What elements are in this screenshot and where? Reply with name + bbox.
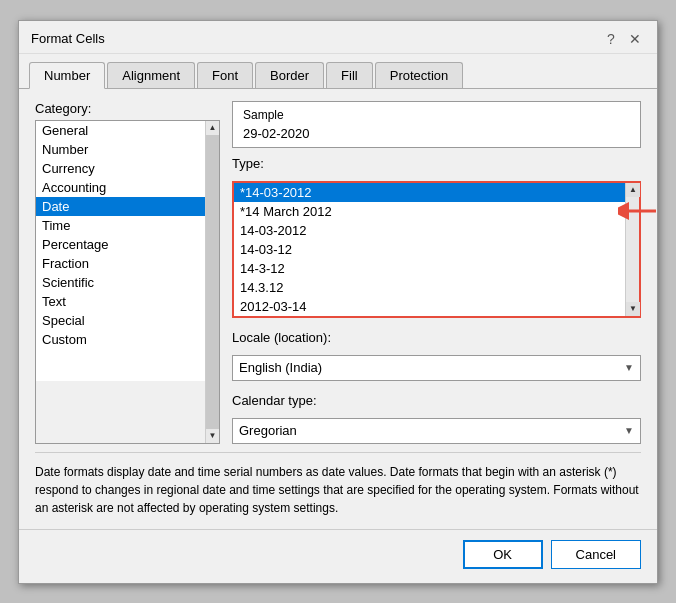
tab-number[interactable]: Number — [29, 62, 105, 89]
type-item-4[interactable]: 14-3-12 — [234, 259, 625, 278]
ok-button[interactable]: OK — [463, 540, 543, 569]
cat-fraction[interactable]: Fraction — [36, 254, 205, 273]
cat-scroll-up[interactable]: ▲ — [206, 121, 219, 135]
cancel-button[interactable]: Cancel — [551, 540, 641, 569]
sample-label: Sample — [243, 108, 630, 122]
tab-border[interactable]: Border — [255, 62, 324, 88]
format-cells-dialog: Format Cells ? ✕ Number Alignment Font B… — [18, 20, 658, 584]
type-item-0[interactable]: *14-03-2012 — [234, 183, 625, 202]
cat-text[interactable]: Text — [36, 292, 205, 311]
type-list-container: *14-03-2012 *14 March 2012 14-03-2012 14… — [232, 181, 641, 318]
type-scroll-down[interactable]: ▼ — [626, 302, 640, 316]
cat-number[interactable]: Number — [36, 140, 205, 159]
cat-scientific[interactable]: Scientific — [36, 273, 205, 292]
cat-percentage[interactable]: Percentage — [36, 235, 205, 254]
cat-scroll-down[interactable]: ▼ — [206, 429, 219, 443]
calendar-value: Gregorian — [239, 423, 297, 438]
type-item-2[interactable]: 14-03-2012 — [234, 221, 625, 240]
cat-special[interactable]: Special — [36, 311, 205, 330]
type-item-6[interactable]: 2012-03-14 — [234, 297, 625, 316]
cat-scroll-track — [206, 135, 219, 429]
main-area: Category: General Number Currency Accoun… — [35, 101, 641, 444]
type-item-5[interactable]: 14.3.12 — [234, 278, 625, 297]
cat-custom[interactable]: Custom — [36, 330, 205, 349]
title-bar: Format Cells ? ✕ — [19, 21, 657, 54]
type-label: Type: — [232, 156, 641, 171]
type-item-3[interactable]: 14-03-12 — [234, 240, 625, 259]
locale-dropdown-arrow: ▼ — [624, 362, 634, 373]
tab-font[interactable]: Font — [197, 62, 253, 88]
category-scrollbar[interactable]: ▲ ▼ — [205, 121, 219, 443]
cat-time[interactable]: Time — [36, 216, 205, 235]
type-scroll-track — [626, 197, 639, 302]
tab-alignment[interactable]: Alignment — [107, 62, 195, 88]
calendar-select[interactable]: Gregorian ▼ — [232, 418, 641, 444]
left-panel: Category: General Number Currency Accoun… — [35, 101, 220, 444]
tab-content: Category: General Number Currency Accoun… — [19, 89, 657, 529]
locale-label: Locale (location): — [232, 330, 641, 345]
help-button[interactable]: ? — [601, 29, 621, 49]
type-scroll-up[interactable]: ▲ — [626, 183, 640, 197]
sample-value: 29-02-2020 — [243, 126, 630, 141]
close-button[interactable]: ✕ — [625, 29, 645, 49]
cat-accounting[interactable]: Accounting — [36, 178, 205, 197]
cat-general[interactable]: General — [36, 121, 205, 140]
description-area: Date formats display date and time seria… — [35, 452, 641, 517]
locale-select[interactable]: English (India) ▼ — [232, 355, 641, 381]
tab-protection[interactable]: Protection — [375, 62, 464, 88]
tab-bar: Number Alignment Font Border Fill Protec… — [19, 54, 657, 89]
tab-fill[interactable]: Fill — [326, 62, 373, 88]
type-scrollbar[interactable]: ▲ ▼ — [625, 183, 639, 316]
cat-currency[interactable]: Currency — [36, 159, 205, 178]
category-list[interactable]: General Number Currency Accounting Date … — [36, 121, 205, 381]
cat-date[interactable]: Date — [36, 197, 205, 216]
locale-value: English (India) — [239, 360, 322, 375]
type-item-1[interactable]: *14 March 2012 — [234, 202, 625, 221]
calendar-label: Calendar type: — [232, 393, 641, 408]
buttons-row: OK Cancel — [19, 529, 657, 583]
title-bar-buttons: ? ✕ — [601, 29, 645, 49]
category-label: Category: — [35, 101, 220, 116]
right-panel: Sample 29-02-2020 Type: *14-03-2012 *14 … — [232, 101, 641, 444]
dialog-title: Format Cells — [31, 31, 105, 46]
sample-box: Sample 29-02-2020 — [232, 101, 641, 148]
type-list[interactable]: *14-03-2012 *14 March 2012 14-03-2012 14… — [234, 183, 625, 316]
calendar-dropdown-arrow: ▼ — [624, 425, 634, 436]
type-list-wrapper: *14-03-2012 *14 March 2012 14-03-2012 14… — [232, 181, 641, 318]
